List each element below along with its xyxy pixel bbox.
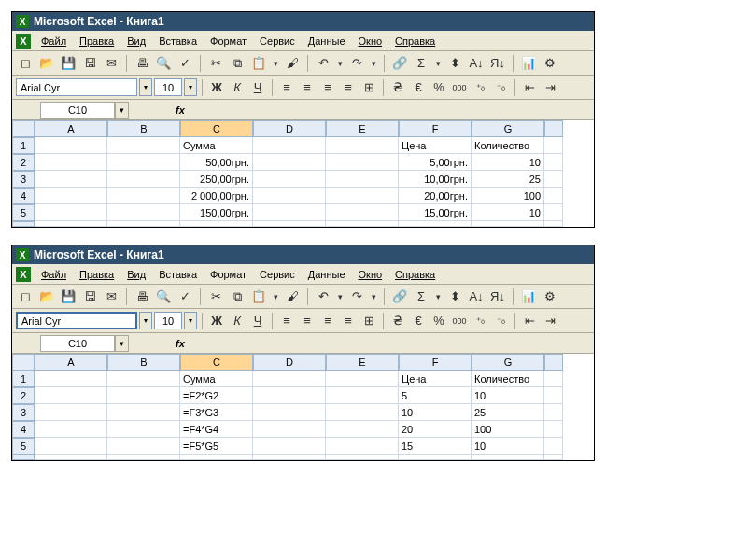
name-box[interactable]: C10 [40, 335, 115, 352]
cell-A2[interactable] [35, 387, 107, 404]
cell-C3[interactable]: =F3*G3 [180, 404, 253, 421]
comma-icon[interactable]: 000 [450, 78, 469, 97]
euro-icon[interactable]: € [409, 78, 428, 97]
cell-C1[interactable]: Сумма [180, 371, 253, 387]
cell-B1[interactable] [107, 371, 180, 387]
cell-F5[interactable]: 15 [399, 438, 472, 455]
saveas-icon[interactable]: 🖫 [80, 287, 99, 306]
copy-icon[interactable]: ⧉ [228, 287, 247, 306]
align-right-icon[interactable]: ≡ [318, 78, 337, 97]
open-icon[interactable]: 📂 [37, 54, 56, 73]
indent-icon[interactable]: ⇤ [520, 78, 539, 97]
cell-C2[interactable]: =F2*G2 [180, 387, 253, 404]
cell-G5[interactable]: 10 [472, 204, 544, 221]
bold-icon[interactable]: Ж [207, 78, 226, 97]
cell-B2[interactable] [107, 154, 180, 171]
mail-icon[interactable]: ✉ [102, 54, 120, 73]
cell-E4[interactable] [326, 421, 399, 438]
sortaz-icon[interactable]: A↓ [467, 287, 486, 306]
menu-view[interactable]: Вид [120, 267, 152, 282]
indent-icon[interactable]: ⇤ [520, 312, 539, 330]
cell-D1[interactable] [253, 371, 326, 387]
cell-G2[interactable]: 10 [472, 154, 544, 171]
print-icon[interactable]: 🖶 [133, 54, 151, 73]
dd-icon[interactable]: ▾ [335, 54, 345, 73]
col-header-D[interactable]: D [253, 120, 326, 137]
cell-A5[interactable] [35, 204, 107, 221]
menu-insert[interactable]: Вставка [152, 267, 204, 282]
align-justify-icon[interactable]: ≡ [339, 312, 358, 330]
row-header[interactable]: 2 [12, 154, 35, 171]
cell-F2[interactable]: 5,00грн. [399, 154, 472, 171]
align-justify-icon[interactable]: ≡ [339, 78, 358, 97]
dec-dec-icon[interactable]: ⁻₀ [491, 78, 510, 97]
size-dd-icon[interactable]: ▾ [184, 78, 197, 96]
font-name-input[interactable]: Arial Cyr [16, 78, 137, 96]
cell-B1[interactable] [107, 137, 180, 154]
cell-B5[interactable] [107, 204, 180, 221]
cell-G4[interactable]: 100 [472, 421, 544, 438]
row-header[interactable]: 4 [12, 421, 35, 438]
menu-tools[interactable]: Сервис [253, 34, 302, 49]
dd-icon[interactable]: ▾ [271, 287, 280, 306]
cell-D4[interactable] [253, 188, 326, 204]
saveas-icon[interactable]: 🖫 [80, 54, 99, 73]
font-dd-icon[interactable]: ▾ [139, 312, 152, 329]
euro-icon[interactable]: € [409, 312, 428, 330]
cell-A3[interactable] [35, 404, 107, 421]
cut-icon[interactable]: ✂ [206, 54, 225, 73]
fx-icon[interactable]: fx [176, 105, 185, 116]
spell-icon[interactable]: ✓ [176, 54, 194, 73]
fmt-icon[interactable]: 🖌 [283, 54, 302, 73]
select-all-corner[interactable] [12, 120, 35, 137]
row-header[interactable]: 3 [12, 404, 35, 421]
cell-F1[interactable]: Цена [399, 137, 472, 154]
menu-window[interactable]: Окно [352, 267, 389, 282]
cell-F4[interactable]: 20,00грн. [399, 188, 472, 204]
cell-F4[interactable]: 20 [399, 421, 472, 438]
menu-data[interactable]: Данные [302, 267, 352, 282]
row-header[interactable]: 4 [12, 188, 35, 204]
col-header-D[interactable]: D [253, 354, 326, 371]
cell-C3[interactable]: 250,00грн. [180, 171, 253, 188]
outdent-icon[interactable]: ⇥ [541, 312, 559, 330]
align-center-icon[interactable]: ≡ [298, 312, 317, 330]
cell-A4[interactable] [35, 421, 107, 438]
cell-D4[interactable] [253, 421, 326, 438]
menu-insert[interactable]: Вставка [152, 34, 204, 49]
cell-D5[interactable] [253, 438, 326, 455]
undo-icon[interactable]: ↶ [314, 54, 332, 73]
row-header[interactable]: 5 [12, 204, 35, 221]
col-header-E[interactable]: E [326, 354, 399, 371]
col-header-C[interactable]: C [180, 354, 253, 371]
cell-A1[interactable] [35, 371, 107, 387]
menu-format[interactable]: Формат [204, 34, 253, 49]
dd-icon[interactable]: ▾ [369, 287, 378, 306]
fx-icon[interactable]: fx [176, 338, 185, 349]
sum-icon[interactable]: Σ [412, 287, 430, 306]
cell-C1[interactable]: Сумма [180, 137, 253, 154]
cell-D1[interactable] [253, 137, 326, 154]
cell-C2[interactable]: 50,00грн. [180, 154, 253, 171]
dec-inc-icon[interactable]: ⁺₀ [471, 312, 489, 330]
print-icon[interactable]: 🖶 [133, 287, 151, 306]
cell-G4[interactable]: 100 [472, 188, 544, 204]
currency-icon[interactable]: ₴ [388, 312, 407, 330]
cell-B5[interactable] [107, 438, 180, 455]
cell-B4[interactable] [107, 188, 180, 204]
italic-icon[interactable]: К [228, 312, 247, 330]
menu-file[interactable]: Файл [35, 267, 73, 282]
chart-icon[interactable]: 📊 [519, 287, 538, 306]
sum-icon[interactable]: Σ [412, 54, 430, 73]
cell-B4[interactable] [107, 421, 180, 438]
cell-F2[interactable]: 5 [399, 387, 472, 404]
outdent-icon[interactable]: ⇥ [541, 78, 559, 97]
underline-icon[interactable]: Ч [248, 312, 267, 330]
namebox-dd-icon[interactable]: ▾ [115, 102, 129, 119]
sortza-icon[interactable]: Я↓ [488, 287, 507, 306]
align-center-icon[interactable]: ≡ [298, 78, 317, 97]
sortaz-icon[interactable]: A↓ [467, 54, 486, 73]
cell-E2[interactable] [326, 387, 399, 404]
row-header[interactable]: 5 [12, 438, 35, 455]
redo-icon[interactable]: ↷ [347, 287, 366, 306]
